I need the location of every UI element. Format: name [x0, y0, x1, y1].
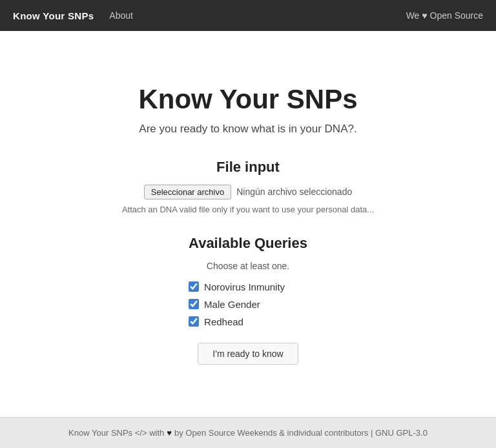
nav-left: Know Your SNPs About	[13, 10, 133, 21]
submit-button[interactable]: I'm ready to know	[198, 343, 298, 365]
main-title: Know Your SNPs	[138, 84, 357, 115]
footer: Know Your SNPs </> with ♥ by Open Source…	[0, 417, 496, 448]
checkbox-item-redhead[interactable]: Redhead	[189, 316, 243, 327]
main-content: Know Your SNPs Are you ready to know wha…	[0, 31, 496, 417]
checkbox-label-redhead: Redhead	[204, 316, 243, 327]
nav-brand: Know Your SNPs	[13, 10, 94, 21]
main-subtitle: Are you ready to know what is in your DN…	[139, 123, 356, 136]
checkbox-male_gender[interactable]	[189, 299, 199, 309]
open-source-label: We ♥ Open Source	[406, 10, 483, 21]
nav-about-link[interactable]: About	[109, 10, 133, 21]
file-input-row: Seleccionar archivo Ningún archivo selec…	[144, 185, 352, 199]
checkbox-list: Norovirus InmunityMale GenderRedhead	[189, 281, 307, 327]
queries-subtitle: Choose at least one.	[189, 261, 307, 271]
queries-title: Available Queries	[189, 235, 307, 252]
navbar: Know Your SNPs About We ♥ Open Source	[0, 0, 496, 31]
checkbox-norovirus[interactable]	[189, 281, 199, 292]
footer-text: Know Your SNPs </> with ♥ by Open Source…	[68, 428, 428, 438]
checkbox-item-male_gender[interactable]: Male Gender	[189, 299, 260, 310]
file-no-selection-label: Ningún archivo seleccionado	[236, 187, 352, 197]
checkbox-item-norovirus[interactable]: Norovirus Inmunity	[189, 281, 285, 292]
footer-heart-icon: ♥	[167, 428, 172, 438]
queries-section: Available Queries Choose at least one. N…	[189, 235, 307, 365]
file-hint: Attach an DNA valid file only if you wan…	[122, 205, 374, 214]
footer-suffix: by Open Source Weekends & individual con…	[174, 428, 428, 438]
checkbox-label-male_gender: Male Gender	[204, 299, 260, 310]
footer-prefix: Know Your SNPs </> with	[68, 428, 164, 438]
file-section-title: File input	[216, 159, 280, 176]
file-select-button[interactable]: Seleccionar archivo	[144, 185, 231, 199]
checkbox-label-norovirus: Norovirus Inmunity	[204, 281, 285, 292]
nav-right: We ♥ Open Source	[406, 10, 483, 21]
checkbox-redhead[interactable]	[189, 316, 199, 327]
